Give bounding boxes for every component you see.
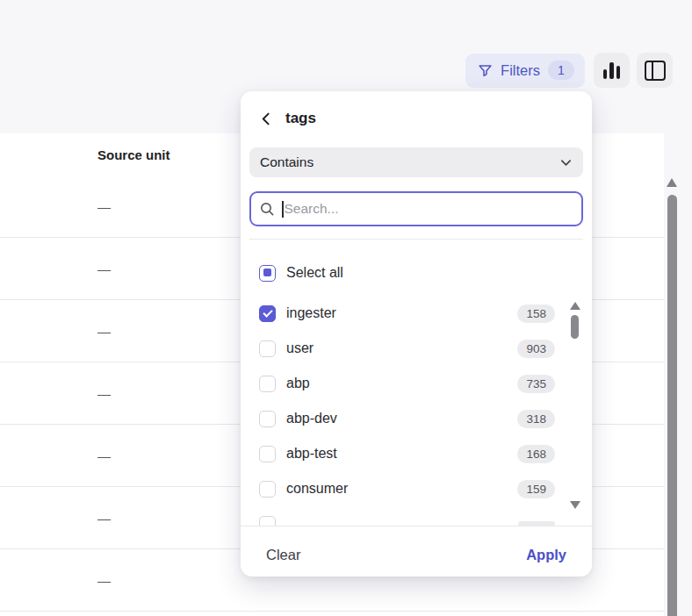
option-checkbox[interactable] [259, 446, 276, 462]
table-cell-value: — [97, 511, 111, 526]
page-scrollbar-thumb[interactable] [667, 195, 677, 616]
option-count-badge [518, 521, 555, 526]
chevron-down-icon [559, 156, 573, 169]
option-count-badge: 903 [517, 340, 555, 358]
chart-view-button[interactable] [594, 53, 630, 88]
chevron-left-icon [259, 111, 274, 126]
list-scroll-down-arrow[interactable] [570, 501, 580, 509]
text-caret [282, 201, 284, 218]
option-label: consumer [286, 481, 348, 497]
option-label: user [286, 340, 314, 356]
option-count-badge: 158 [517, 304, 555, 323]
option-count-badge: 318 [517, 410, 555, 428]
filters-count-badge: 1 [548, 61, 574, 80]
filter-option-row[interactable]: user 903 [241, 331, 592, 366]
filter-option-row[interactable] [241, 506, 592, 526]
option-checkbox[interactable] [259, 340, 276, 357]
popover-footer: Clear Apply [241, 526, 592, 577]
option-count-badge: 735 [517, 375, 555, 393]
search-icon [259, 201, 275, 217]
columns-icon [645, 61, 666, 81]
filter-option-row[interactable]: abp 735 [241, 366, 592, 401]
search-field[interactable] [249, 191, 583, 226]
option-checkbox[interactable] [259, 411, 276, 427]
table-cell-value: — [97, 573, 111, 588]
option-checkbox[interactable] [259, 516, 276, 526]
popover-title: tags [285, 110, 316, 127]
back-button[interactable] [256, 108, 277, 129]
option-label: abp [286, 376, 310, 391]
funnel-icon [478, 63, 493, 78]
list-scroll-up-arrow[interactable] [570, 302, 580, 310]
popover-header: tags [241, 91, 592, 146]
page-scrollbar[interactable] [664, 133, 681, 616]
filters-button[interactable]: Filters 1 [465, 54, 585, 88]
select-all-label: Select all [286, 265, 343, 281]
filter-option-row[interactable]: abp-test 168 [241, 436, 592, 471]
tags-filter-popover: tags Contains Select all ingester 158 [241, 91, 592, 577]
table-cell-value: — [97, 386, 111, 401]
option-label: ingester [286, 305, 336, 321]
scroll-up-arrow[interactable] [667, 178, 677, 187]
search-input[interactable] [285, 201, 574, 217]
filters-button-label: Filters [501, 62, 540, 79]
apply-button[interactable]: Apply [526, 547, 566, 563]
table-cell-value: — [97, 261, 111, 276]
options-list: ingester 158 user 903 abp 735 abp-dev 31… [241, 296, 592, 526]
table-cell-value: — [97, 448, 111, 463]
select-all-checkbox[interactable] [259, 265, 276, 282]
operator-value: Contains [260, 154, 314, 170]
option-count-badge: 168 [517, 445, 555, 463]
select-all-row[interactable]: Select all [241, 254, 592, 292]
option-checkbox[interactable] [259, 376, 276, 392]
option-label: abp-dev [286, 411, 337, 426]
operator-select[interactable]: Contains [249, 147, 583, 177]
divider [249, 239, 583, 240]
filter-option-row[interactable]: ingester 158 [241, 296, 592, 331]
toolbar: Filters 1 [465, 53, 673, 88]
option-checkbox[interactable] [259, 305, 276, 322]
filter-option-row[interactable]: abp-dev 318 [241, 401, 592, 436]
bar-chart-icon [603, 61, 621, 79]
list-scrollbar[interactable] [569, 296, 580, 526]
filter-option-row[interactable]: consumer 159 [241, 471, 592, 506]
option-checkbox[interactable] [259, 481, 276, 498]
screen: Filters 1 Source unit — — — — — — — [0, 0, 692, 616]
list-scrollbar-thumb[interactable] [571, 315, 579, 339]
clear-button[interactable]: Clear [266, 547, 300, 563]
table-cell-value: — [97, 199, 111, 214]
option-count-badge: 159 [517, 480, 555, 498]
option-label: abp-test [286, 446, 337, 462]
table-cell-value: — [97, 324, 111, 339]
layout-panel-button[interactable] [637, 53, 673, 88]
